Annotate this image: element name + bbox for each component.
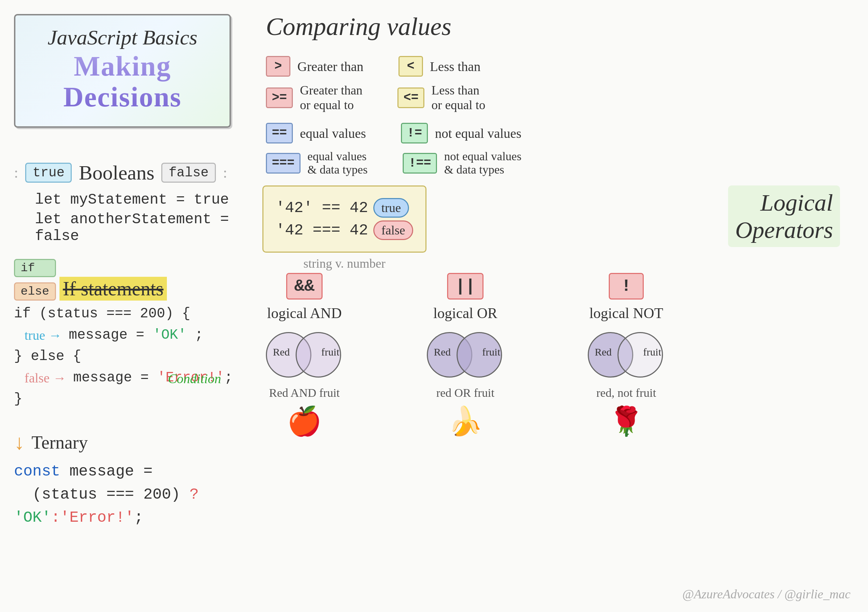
operator-eq: == equal values xyxy=(266,123,366,144)
lt-label: Less than xyxy=(430,59,481,74)
operator-strict-neq: !== not equal values& data types xyxy=(403,150,522,177)
lte-symbol: <= xyxy=(397,87,425,108)
logical-or-name: logical OR xyxy=(433,305,497,322)
making-decisions-title: Making Decisions xyxy=(29,51,215,112)
boolean-code-2: let anotherStatement = false xyxy=(35,211,238,245)
if-code-1: if (status === 200) { xyxy=(14,306,266,322)
page: JavaScript Basics Making Decisions Compa… xyxy=(0,0,868,612)
ternary-question: ? xyxy=(190,486,199,503)
operator-less-than: < Less than xyxy=(398,56,481,77)
logical-or-symbol: || xyxy=(447,273,484,299)
venn-or-label-left: Red xyxy=(434,346,451,358)
true-line: true → message = 'OK' ; xyxy=(25,324,266,346)
logical-operators-section: && logical AND Red fruit Red AND fruit 🍎… xyxy=(245,273,847,448)
true-arrow: true → xyxy=(25,327,62,343)
booleans-section: : true Booleans false : let myStatement … xyxy=(14,161,238,247)
down-arrow: ↓ xyxy=(14,431,25,454)
lt-symbol: < xyxy=(398,56,423,77)
comparison-examples: '42' == 42 true '42 === 42 false string … xyxy=(262,186,426,271)
result-true: true xyxy=(373,198,409,218)
operator-neq: != not equal values xyxy=(401,123,521,144)
false-line: false → message = 'Error!'; xyxy=(25,367,266,388)
ternary-text: Ternary xyxy=(31,432,88,453)
else-tag: else xyxy=(14,282,56,301)
venn-not: Red fruit xyxy=(588,330,665,379)
logical-and-item: && logical AND Red fruit Red AND fruit 🍎 xyxy=(245,273,364,438)
fruit-banana: 🍌 xyxy=(448,405,483,438)
comparison-box: '42' == 42 true '42 === 42 false xyxy=(262,186,426,253)
venn-or: Red fruit xyxy=(427,330,504,379)
venn-and-label-right: fruit xyxy=(321,346,339,358)
strict-eq-label: equal values& data types xyxy=(307,150,368,177)
eq-label: equal values xyxy=(300,125,366,141)
logical-or-item: || logical OR Red fruit red OR fruit 🍌 xyxy=(406,273,525,438)
neq-label: not equal values xyxy=(435,125,521,141)
fruit-apple: 🍎 xyxy=(287,405,322,438)
const-keyword: const xyxy=(14,463,60,480)
comparison-line-1: '42' == 42 true xyxy=(276,198,413,218)
title-box: JavaScript Basics Making Decisions xyxy=(14,14,231,128)
logical-not-item: ! logical NOT Red fruit red, not fruit 🌹 xyxy=(567,273,686,438)
venn-or-sublabel: red OR fruit xyxy=(436,386,494,400)
js-basics-title: JavaScript Basics xyxy=(29,26,215,49)
ternary-colon: : xyxy=(51,509,60,526)
true-tag: true xyxy=(25,163,72,183)
comp-code-1: '42' == 42 xyxy=(276,199,368,217)
else-line: } else { xyxy=(14,349,266,364)
logical-and-name: logical AND xyxy=(267,305,341,322)
venn-and: Red fruit xyxy=(266,330,343,379)
operator-strict-eq: === equal values& data types xyxy=(266,150,368,177)
strict-neq-symbol: !== xyxy=(403,153,437,174)
logical-operators-section-title: Logical Operators xyxy=(728,186,840,247)
comparison-line-2: '42 === 42 false xyxy=(276,220,413,240)
operators-section: > Greater than < Less than >= Greater th… xyxy=(266,56,521,177)
venn-not-label-right: fruit xyxy=(643,346,661,358)
if-statements-label: If statements xyxy=(59,277,167,301)
condition-label: Condition xyxy=(168,371,221,386)
logical-operators-row: && logical AND Red fruit Red AND fruit 🍎… xyxy=(245,273,847,438)
boolean-code-1: let myStatement = true xyxy=(35,191,238,208)
strict-neq-label: not equal values& data types xyxy=(444,150,521,177)
false-tag: false xyxy=(161,163,216,183)
venn-and-label-left: Red xyxy=(273,346,290,358)
comparing-values-title: Comparing values xyxy=(266,12,451,52)
gt-label: Greater than xyxy=(298,59,364,74)
strict-eq-symbol: === xyxy=(266,153,301,174)
logical-title-line2: Operators xyxy=(735,216,833,243)
booleans-header: : true Booleans false : xyxy=(14,161,238,184)
closing-brace: } xyxy=(14,391,266,407)
logical-not-symbol: ! xyxy=(609,273,644,299)
operator-greater-than: > Greater than xyxy=(266,56,364,77)
if-header: if else If statements xyxy=(14,262,266,301)
operator-gte: >= Greater thanor equal to xyxy=(266,83,363,112)
lte-label: Less thanor equal to xyxy=(431,83,485,112)
gt-symbol: > xyxy=(266,56,290,77)
logical-title-line1: Logical xyxy=(735,189,833,216)
ternary-code: const message = (status === 200) ? 'OK':… xyxy=(14,460,301,529)
venn-or-label-right: fruit xyxy=(482,346,500,358)
venn-not-sublabel: red, not fruit xyxy=(597,386,656,400)
booleans-label: Booleans xyxy=(79,161,154,184)
watermark: @AzureAdvocates / @girlie_mac xyxy=(682,587,851,601)
logical-not-name: logical NOT xyxy=(589,305,663,322)
neq-symbol: != xyxy=(401,123,428,144)
ok-line: message = 'OK' ; xyxy=(69,327,203,343)
comp-code-2: '42 === 42 xyxy=(276,222,368,239)
venn-not-label-left: Red xyxy=(595,346,612,358)
gte-symbol: >= xyxy=(266,87,293,108)
eq-symbol: == xyxy=(266,123,293,144)
fruit-rose: 🌹 xyxy=(609,405,644,438)
if-tag: if xyxy=(14,259,56,277)
false-arrow: false → xyxy=(25,370,66,386)
logical-and-symbol: && xyxy=(286,273,322,299)
string-v-number: string v. number xyxy=(262,256,426,271)
operator-lte: <= Less thanor equal to xyxy=(397,83,485,112)
result-false: false xyxy=(373,220,413,240)
gte-label: Greater thanor equal to xyxy=(300,83,363,112)
venn-and-sublabel: Red AND fruit xyxy=(269,386,340,400)
if-statements-section: if else If statements if (status === 200… xyxy=(14,262,266,410)
